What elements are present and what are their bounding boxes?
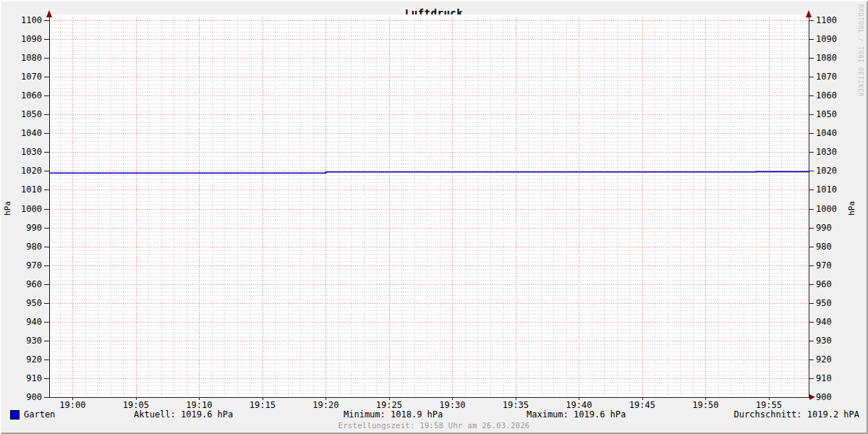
- series-label: Garten: [24, 409, 55, 420]
- creation-timestamp: Erstellungszeit: 19:58 Uhr am 26.03.2026: [0, 421, 868, 430]
- series-color-swatch: [10, 410, 20, 420]
- stat-aktuell: Aktuell: 1019.6 hPa: [134, 409, 233, 420]
- stat-maximum: Maximum: 1019.6 hPa: [527, 409, 626, 420]
- stat-minimum: Minimum: 1018.9 hPa: [344, 409, 443, 420]
- legend-row: Garten Aktuell: 1019.6 hPa Minimum: 1018…: [0, 409, 868, 420]
- plot-area: [0, 0, 868, 434]
- rrdtool-pressure-graph: Luftdruck RRDTOOL / TOBI OETIKER hPa hPa…: [0, 0, 868, 434]
- stat-durchschnitt: Durchschnitt: 1019.2 hPA: [734, 409, 859, 420]
